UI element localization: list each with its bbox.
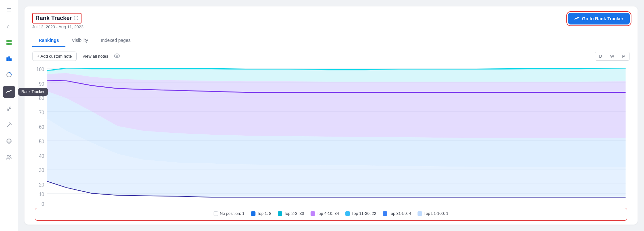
trend-icon <box>574 16 580 21</box>
svg-text:Jul 26: Jul 26 <box>312 207 324 208</box>
legend-color-top4-10[interactable] <box>311 211 315 216</box>
svg-text:Aug 3: Aug 3 <box>473 207 484 208</box>
svg-line-8 <box>7 123 11 127</box>
tab-visibility[interactable]: Visibility <box>65 34 94 47</box>
svg-rect-0 <box>6 40 9 42</box>
users-icon[interactable] <box>4 152 14 162</box>
svg-rect-2 <box>6 43 9 45</box>
legend-item-top31-50: Top 31-50: 4 <box>383 211 411 216</box>
svg-text:Jul 14: Jul 14 <box>78 207 89 208</box>
chart-toolbar: + Add custom note View all notes D W M <box>24 47 638 63</box>
chart-legend: No position: 1 Top 1: 8 Top 2-3: 30 Top … <box>35 208 627 221</box>
svg-text:Aug 11: Aug 11 <box>619 207 630 208</box>
tab-indexed-pages[interactable]: Indexed pages <box>94 34 137 47</box>
grid-icon[interactable] <box>4 37 14 48</box>
legend-item-top1: Top 1: 8 <box>251 211 271 216</box>
date-range: Jul 12, 2023 - Aug 11, 2023 <box>32 24 83 29</box>
legend-label-top4-10: Top 4-10: 34 <box>317 211 339 216</box>
target-icon[interactable] <box>4 136 14 146</box>
rank-tracker-card: Rank Tracker ⓘ Jul 12, 2023 - Aug 11, 20… <box>24 6 638 225</box>
svg-line-9 <box>11 123 11 123</box>
wand-icon[interactable] <box>4 120 14 130</box>
svg-text:30: 30 <box>39 168 44 173</box>
svg-text:Jul 30: Jul 30 <box>391 207 403 208</box>
legend-item-top11-30: Top 11-30: 22 <box>345 211 376 216</box>
legend-label-top2-3: Top 2-3: 30 <box>284 211 304 216</box>
legend-label-no-position: No position: 1 <box>220 211 244 216</box>
svg-text:Jul 24: Jul 24 <box>274 207 285 208</box>
legend-item-no-position: No position: 1 <box>214 211 244 216</box>
circle-icon[interactable] <box>4 70 14 80</box>
rank-tracker-sidebar-icon[interactable]: Rank Tracker <box>3 86 15 98</box>
info-icon[interactable]: ⓘ <box>74 15 78 21</box>
home-icon[interactable]: ⌂ <box>4 21 14 32</box>
svg-text:Jul 28: Jul 28 <box>351 207 362 208</box>
legend-color-top31-50[interactable] <box>383 211 387 216</box>
svg-text:0: 0 <box>42 201 44 207</box>
svg-text:80: 80 <box>39 95 44 101</box>
svg-text:60: 60 <box>39 124 44 130</box>
svg-text:Aug 7: Aug 7 <box>562 207 574 208</box>
add-custom-note-button[interactable]: + Add custom note <box>32 52 77 61</box>
svg-rect-3 <box>9 43 12 45</box>
svg-point-16 <box>9 156 11 157</box>
view-all-notes-button[interactable]: View all notes <box>79 52 111 61</box>
legend-label-top31-50: Top 31-50: 4 <box>389 211 411 216</box>
legend-item-top2-3: Top 2-3: 30 <box>278 211 304 216</box>
title-text: Rank Tracker <box>35 15 72 22</box>
link-icon[interactable] <box>4 104 14 114</box>
svg-text:Aug 5: Aug 5 <box>517 207 529 208</box>
card-title-section: Rank Tracker ⓘ Jul 12, 2023 - Aug 11, 20… <box>32 13 83 29</box>
svg-text:50: 50 <box>39 139 44 144</box>
legend-color-top1[interactable] <box>251 211 255 216</box>
svg-text:90: 90 <box>39 81 44 87</box>
legend-item-top4-10: Top 4-10: 34 <box>311 211 339 216</box>
card-title: Rank Tracker ⓘ <box>35 15 78 22</box>
main-content: Rank Tracker ⓘ Jul 12, 2023 - Aug 11, 20… <box>18 0 644 231</box>
legend-color-top51-100[interactable] <box>418 211 422 216</box>
period-day-button[interactable]: D <box>595 52 606 60</box>
svg-text:Jul 16: Jul 16 <box>116 207 128 208</box>
menu-icon[interactable]: ☰ <box>4 5 14 15</box>
go-to-button-label: Go to Rank Tracker <box>582 16 623 21</box>
chart-svg: 100 90 80 70 60 50 40 30 20 10 0 <box>32 63 630 208</box>
go-to-rank-tracker-button[interactable]: Go to Rank Tracker <box>568 13 630 24</box>
legend-color-top2-3[interactable] <box>278 211 282 216</box>
svg-text:40: 40 <box>39 153 44 159</box>
svg-text:Jul 20: Jul 20 <box>195 207 207 208</box>
legend-item-top51-100: Top 51-100: 1 <box>418 211 448 216</box>
chart-container: 100 90 80 70 60 50 40 30 20 10 0 <box>32 63 630 208</box>
tabs: Rankings Visibility Indexed pages <box>24 34 638 47</box>
legend-label-top11-30: Top 11-30: 22 <box>351 211 376 216</box>
svg-point-15 <box>7 155 9 157</box>
toolbar-left: + Add custom note View all notes <box>32 52 120 61</box>
card-header: Rank Tracker ⓘ Jul 12, 2023 - Aug 11, 20… <box>24 6 638 29</box>
svg-point-18 <box>116 55 118 56</box>
chart-bar-icon[interactable] <box>4 53 14 64</box>
period-week-button[interactable]: W <box>606 52 618 60</box>
period-month-button[interactable]: M <box>618 52 630 60</box>
svg-text:10: 10 <box>39 191 44 197</box>
legend-checkbox-no-position[interactable] <box>214 211 218 216</box>
svg-rect-1 <box>9 40 12 42</box>
chart-area: 100 90 80 70 60 50 40 30 20 10 0 <box>24 63 638 225</box>
sidebar: ☰ ⌂ Rank Tracker <box>0 0 18 231</box>
svg-text:Jul 22: Jul 22 <box>236 207 247 208</box>
svg-text:70: 70 <box>39 110 44 115</box>
eye-icon[interactable] <box>114 53 120 59</box>
svg-rect-4 <box>6 57 8 61</box>
svg-text:Aug 1: Aug 1 <box>432 207 443 208</box>
svg-rect-5 <box>8 56 10 61</box>
svg-text:Jul 12: Jul 12 <box>42 207 53 208</box>
svg-text:Jul 18: Jul 18 <box>155 207 166 208</box>
svg-text:100: 100 <box>36 66 44 72</box>
legend-label-top51-100: Top 51-100: 1 <box>424 211 448 216</box>
legend-color-top11-30[interactable] <box>345 211 350 216</box>
svg-point-17 <box>114 54 120 58</box>
svg-rect-6 <box>10 58 12 61</box>
svg-text:20: 20 <box>39 182 44 188</box>
svg-text:Aug 9: Aug 9 <box>592 207 603 208</box>
period-buttons: D W M <box>595 52 630 61</box>
svg-point-14 <box>8 141 9 142</box>
tab-rankings[interactable]: Rankings <box>32 34 65 47</box>
